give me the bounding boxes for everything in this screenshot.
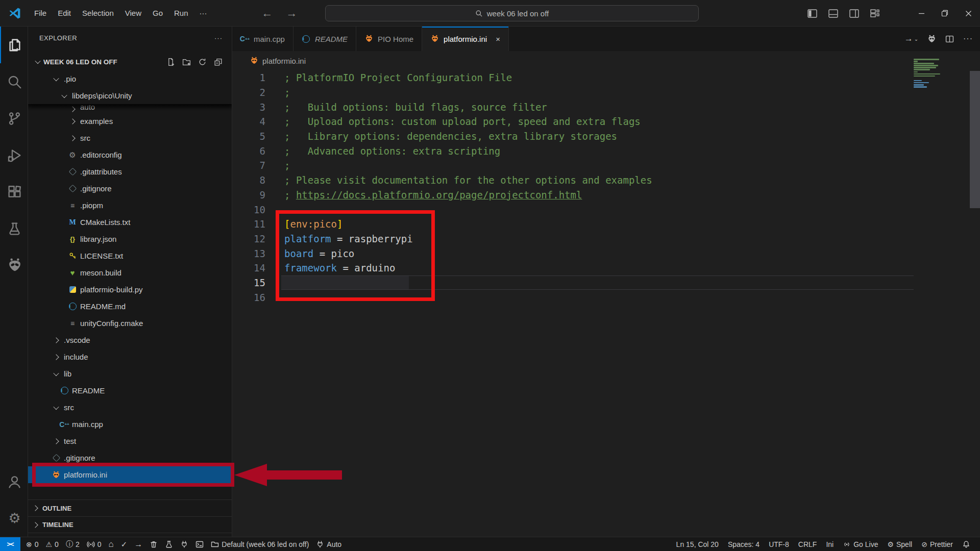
tree-item-license.txt[interactable]: LICENSE.txt — [28, 247, 232, 264]
tree-item-cmakelists.txt[interactable]: MCMakeLists.txt — [28, 214, 232, 231]
toggle-panel-icon[interactable] — [828, 9, 838, 18]
status-trash[interactable] — [146, 537, 161, 551]
status-remote-window[interactable]: >< — [0, 537, 20, 551]
close-button[interactable] — [957, 0, 980, 27]
forward-arrow-icon[interactable]: → — [286, 7, 298, 20]
more-actions-icon[interactable]: ··· — [963, 34, 973, 43]
menu-go[interactable]: Go — [147, 4, 168, 22]
code-line-9[interactable]: 9; https://docs.platformio.org/page/proj… — [232, 188, 914, 203]
back-arrow-icon[interactable]: ← — [262, 7, 273, 20]
collapse-all-icon[interactable] — [214, 58, 223, 66]
restore-button[interactable] — [933, 0, 957, 27]
tree-item-.gitignore[interactable]: .gitignore — [28, 180, 232, 197]
refresh-icon[interactable] — [198, 58, 207, 66]
status-crlf[interactable]: CRLF — [794, 537, 822, 551]
status-info-circle[interactable]: ⓘ2 — [62, 537, 83, 551]
tree-item-.editorconfig[interactable]: ⚙.editorconfig — [28, 146, 232, 163]
menu-[interactable]: ··· — [194, 4, 213, 22]
tree-item-include[interactable]: include — [28, 348, 232, 365]
tree-item-.vscode[interactable]: .vscode — [28, 332, 232, 348]
status-home[interactable]: ⌂ — [105, 537, 117, 551]
activity-source-control-icon[interactable] — [0, 100, 28, 137]
code-line-6[interactable]: 6; Advanced options: extra scripting — [232, 143, 914, 158]
tab-main.cpp[interactable]: C++main.cpp — [232, 27, 293, 51]
editor-scrollbar[interactable] — [970, 71, 980, 208]
tree-item-library.json[interactable]: {}library.json — [28, 231, 232, 247]
status-arrow-right[interactable]: → — [131, 537, 146, 551]
status-prettier[interactable]: ⊘Prettier — [917, 537, 958, 551]
code-line-7[interactable]: 7; — [232, 158, 914, 173]
tree-item-lib[interactable]: lib — [28, 365, 232, 382]
tree-item-src[interactable]: src — [28, 130, 232, 146]
editor-action-arrow-icon[interactable]: →⌄ — [904, 34, 918, 44]
activity-files-icon[interactable] — [0, 27, 28, 63]
status-check[interactable]: ✓ — [117, 537, 131, 551]
close-tab-icon[interactable]: × — [496, 35, 500, 43]
tree-item-unityconfig.cmake[interactable]: ≡unityConfig.cmake — [28, 315, 232, 332]
activity-settings-gear-icon[interactable]: ⚙ — [0, 500, 28, 537]
toggle-secondary-sidebar-icon[interactable] — [849, 9, 859, 18]
tree-item-src[interactable]: src — [28, 399, 232, 416]
toggle-sidebar-icon[interactable] — [807, 9, 817, 18]
tree-item-readme[interactable]: iREADME — [28, 382, 232, 399]
code-line-2[interactable]: 2; — [232, 85, 914, 100]
code-line-5[interactable]: 5; Library options: dependencies, extra … — [232, 129, 914, 144]
new-file-icon[interactable] — [166, 58, 175, 66]
tree-item-test[interactable]: test — [28, 433, 232, 449]
project-section-header[interactable]: WEEK 06 LED ON OFF — [28, 53, 232, 70]
status-terminal[interactable] — [192, 537, 207, 551]
status-flask[interactable] — [161, 537, 177, 551]
code-line-1[interactable]: 1; PlatformIO Project Configuration File — [232, 70, 914, 85]
status-project-env[interactable]: Default (week 06 led on off) — [207, 537, 312, 551]
menu-view[interactable]: View — [119, 4, 147, 22]
editor-action-platformio-icon[interactable] — [927, 35, 936, 43]
menu-edit[interactable]: Edit — [52, 4, 77, 22]
status-utf-8[interactable]: UTF-8 — [764, 537, 794, 551]
activity-account-icon[interactable] — [0, 463, 28, 500]
tree-item-examples[interactable]: examples — [28, 113, 232, 130]
activity-platformio-alien-icon[interactable] — [0, 247, 28, 284]
tree-item-main.cpp[interactable]: C++main.cpp — [28, 416, 232, 433]
timeline-panel-header[interactable]: TIMELINE — [28, 516, 232, 533]
tree-item-.pio[interactable]: .pio — [28, 70, 232, 87]
split-editor-icon[interactable] — [945, 35, 954, 43]
tree-item-meson.build[interactable]: ♥meson.build — [28, 264, 232, 281]
code-line-3[interactable]: 3; Build options: build flags, source fi… — [232, 99, 914, 114]
tree-item-platformio-build.py[interactable]: platformio-build.py — [28, 281, 232, 298]
code-line-4[interactable]: 4; Upload options: custom upload port, s… — [232, 114, 914, 129]
command-center-search[interactable]: week 06 led on off — [325, 5, 699, 21]
tree-item-libdeps-pico-unity[interactable]: libdeps\pico\Unity — [28, 87, 232, 104]
activity-run-debug-icon[interactable] — [0, 137, 28, 173]
activity-search-icon[interactable] — [0, 63, 28, 100]
breadcrumb[interactable]: platformio.ini — [232, 51, 980, 70]
status-ln-15--col-20[interactable]: Ln 15, Col 20 — [672, 537, 723, 551]
minimap[interactable] — [914, 59, 945, 88]
new-folder-icon[interactable] — [182, 58, 191, 66]
customize-layout-icon[interactable] — [870, 9, 880, 18]
menu-run[interactable]: Run — [168, 4, 194, 22]
tab-readme[interactable]: iREADME — [293, 27, 356, 51]
tree-item-.piopm[interactable]: ≡.piopm — [28, 197, 232, 214]
activity-extensions-icon[interactable] — [0, 173, 28, 210]
activity-testing-flask-icon[interactable] — [0, 210, 28, 247]
status-antenna[interactable]: 0 — [83, 537, 105, 551]
minimize-button[interactable] — [910, 0, 933, 27]
menu-file[interactable]: File — [29, 4, 52, 22]
code-line-8[interactable]: 8; Please visit documentation for the ot… — [232, 173, 914, 188]
status-plug[interactable] — [177, 537, 192, 551]
status-spaces--4[interactable]: Spaces: 4 — [723, 537, 764, 551]
menu-selection[interactable]: Selection — [77, 4, 119, 22]
status-ini[interactable]: Ini — [821, 537, 838, 551]
status-warning[interactable]: ⚠0 — [42, 537, 62, 551]
status-plug[interactable]: Auto — [312, 537, 345, 551]
tree-item-.gitattributes[interactable]: .gitattributes — [28, 163, 232, 180]
status-broadcast[interactable]: Go Live — [838, 537, 883, 551]
tree-item-readme.md[interactable]: iREADME.md — [28, 298, 232, 315]
status-spell-gear[interactable]: ⚙Spell — [883, 537, 917, 551]
tree-item-auto[interactable]: auto — [28, 104, 232, 113]
tab-pio-home[interactable]: PIO Home — [356, 27, 422, 51]
sidebar-more-icon[interactable]: ··· — [214, 34, 223, 42]
tab-platformio.ini[interactable]: platformio.ini× — [422, 27, 509, 51]
outline-panel-header[interactable]: OUTLINE — [28, 499, 232, 516]
status-bell[interactable] — [958, 537, 975, 551]
